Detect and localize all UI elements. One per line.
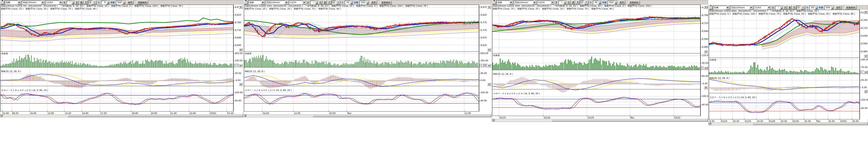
panel-menu-button[interactable] bbox=[244, 1, 248, 4]
scroll-left-button[interactable] bbox=[244, 114, 247, 117]
instrument-type-combo[interactable]: 先物 bbox=[248, 0, 265, 4]
bar-button-週[interactable]: 週 bbox=[788, 6, 792, 9]
scroll-left-button[interactable] bbox=[709, 123, 711, 125]
minute-spin[interactable]: 15 bbox=[345, 1, 353, 4]
multi-symbol-button[interactable]: 複数銘柄 bbox=[380, 1, 392, 4]
scale-menu-button-1[interactable] bbox=[239, 5, 243, 9]
scrollbar-thumb[interactable] bbox=[68, 114, 243, 117]
bar-button-月[interactable]: 月 bbox=[792, 6, 796, 9]
instrument-type-combo[interactable]: 先物 bbox=[5, 0, 21, 4]
tick-spin-spin-icon[interactable] bbox=[563, 1, 566, 4]
instrument-type-combo[interactable]: 先物 bbox=[713, 5, 730, 9]
bar-count-spin[interactable]: 500 bbox=[360, 1, 369, 4]
scale-menu-button-2[interactable] bbox=[239, 48, 243, 51]
minute-spin-spin-icon[interactable] bbox=[106, 1, 109, 4]
symbol-combo[interactable]: 日経225mini bbox=[265, 0, 288, 4]
minute-spin-spin-icon[interactable] bbox=[815, 6, 818, 9]
minute-spin[interactable]: 30 bbox=[593, 1, 601, 4]
scale-menu-button-1[interactable] bbox=[704, 5, 708, 9]
scale-menu-button-2[interactable] bbox=[864, 54, 868, 58]
bar-button-週[interactable]: 週 bbox=[79, 1, 83, 4]
contract-month-combo[interactable]: 12/03 bbox=[45, 0, 63, 4]
contract-month-combo[interactable]: 12/03 bbox=[754, 5, 771, 9]
scale-menu-button-1[interactable] bbox=[487, 5, 491, 9]
minute-spin-spin-icon[interactable] bbox=[598, 1, 601, 4]
instrument-type-combo-dropdown-icon[interactable] bbox=[509, 1, 513, 4]
scale-menu-button-3[interactable] bbox=[239, 64, 243, 67]
tick-spin[interactable]: 1 bbox=[66, 1, 74, 4]
symbol-combo-dropdown-icon[interactable] bbox=[284, 1, 288, 4]
apply-button[interactable]: 適用 bbox=[127, 1, 133, 4]
bar-button-T[interactable]: T bbox=[801, 6, 805, 9]
contract-month-combo-dropdown-icon[interactable] bbox=[302, 1, 306, 4]
apply-button[interactable]: 適用 bbox=[618, 1, 625, 4]
bar-count-spin-spin-icon[interactable] bbox=[831, 6, 834, 9]
scale-menu-button-1[interactable] bbox=[864, 10, 868, 14]
scale-menu-button-3[interactable] bbox=[487, 64, 491, 67]
bar-count-spin[interactable]: 500 bbox=[824, 6, 834, 9]
horizontal-scrollbar[interactable] bbox=[492, 119, 708, 122]
symbol-combo-dropdown-icon[interactable] bbox=[533, 1, 536, 4]
apply-button[interactable]: 適用 bbox=[835, 6, 842, 9]
bar-button-分[interactable]: 分 bbox=[580, 1, 584, 4]
multi-symbol-button[interactable]: 複数銘柄 bbox=[845, 6, 857, 9]
bar-count-spin[interactable]: 500 bbox=[608, 1, 617, 4]
panel-menu-button[interactable] bbox=[492, 1, 496, 4]
bar-button-分[interactable]: 分 bbox=[797, 6, 801, 9]
minute-spin[interactable]: 5 bbox=[101, 1, 109, 4]
minute-spin-spin-icon[interactable] bbox=[350, 1, 353, 4]
bar-button-分[interactable]: 分 bbox=[88, 1, 92, 4]
scale-menu-button-2[interactable] bbox=[704, 50, 708, 53]
scroll-left-button[interactable] bbox=[0, 114, 3, 117]
scrollbar-thumb[interactable] bbox=[753, 123, 868, 125]
scrollbar-thumb[interactable] bbox=[552, 119, 708, 122]
bar-button-T[interactable]: T bbox=[585, 1, 589, 4]
scale-menu-button-4[interactable] bbox=[239, 83, 243, 86]
bar-button-T[interactable]: T bbox=[93, 1, 97, 4]
contract-month-combo-dropdown-icon[interactable] bbox=[59, 1, 62, 4]
bar-button-日[interactable]: 日 bbox=[567, 1, 571, 4]
bar-button-日[interactable]: 日 bbox=[75, 1, 79, 4]
bar-count-spin-spin-icon[interactable] bbox=[614, 1, 617, 4]
bar-count-spin-spin-icon[interactable] bbox=[366, 1, 369, 4]
bar-button-月[interactable]: 月 bbox=[327, 1, 331, 4]
tick-spin[interactable]: 1 bbox=[558, 1, 566, 4]
tick-spin-spin-icon[interactable] bbox=[780, 6, 783, 9]
apply-button[interactable]: 適用 bbox=[370, 1, 377, 4]
tick-spin-spin-icon[interactable] bbox=[315, 1, 318, 4]
contract-month-combo-dropdown-icon[interactable] bbox=[767, 6, 771, 9]
scroll-left-button[interactable] bbox=[492, 119, 495, 122]
horizontal-scrollbar[interactable] bbox=[709, 122, 868, 125]
instrument-type-combo-dropdown-icon[interactable] bbox=[726, 6, 730, 9]
contract-month-combo-dropdown-icon[interactable] bbox=[551, 1, 554, 4]
multi-symbol-button[interactable]: 複数銘柄 bbox=[137, 1, 148, 4]
bar-button-月[interactable]: 月 bbox=[576, 1, 580, 4]
symbol-combo-dropdown-icon[interactable] bbox=[41, 1, 44, 4]
minute-spin[interactable]: 60 bbox=[809, 6, 818, 9]
tick-spin-spin-icon[interactable] bbox=[71, 1, 74, 4]
contract-month-combo[interactable]: 12/03 bbox=[537, 0, 555, 4]
scale-menu-button-2[interactable] bbox=[487, 48, 491, 51]
instrument-type-combo-dropdown-icon[interactable] bbox=[18, 1, 21, 4]
instrument-type-combo[interactable]: 先物 bbox=[496, 0, 513, 4]
scale-menu-button-4[interactable] bbox=[864, 90, 868, 93]
scale-menu-button-3[interactable] bbox=[704, 67, 708, 70]
multi-symbol-button[interactable]: 複数銘柄 bbox=[628, 1, 640, 4]
scrollbar-thumb[interactable] bbox=[313, 114, 491, 117]
contract-month-combo[interactable]: 12/03 bbox=[289, 0, 306, 4]
bar-button-日[interactable]: 日 bbox=[318, 1, 322, 4]
symbol-combo[interactable]: 日経225mini bbox=[22, 0, 45, 4]
bar-button-日[interactable]: 日 bbox=[783, 6, 787, 9]
bar-count-spin[interactable]: 500 bbox=[116, 1, 125, 4]
bar-button-週[interactable]: 週 bbox=[571, 1, 575, 4]
bar-button-分[interactable]: 分 bbox=[332, 1, 336, 4]
symbol-combo[interactable]: 日経225mini bbox=[730, 5, 753, 9]
instrument-type-combo-dropdown-icon[interactable] bbox=[261, 1, 265, 4]
symbol-combo[interactable]: 日経225mini bbox=[514, 0, 537, 4]
tick-spin[interactable]: 1 bbox=[310, 1, 318, 4]
scale-menu-button-4[interactable] bbox=[487, 83, 491, 86]
panel-menu-button[interactable] bbox=[1, 1, 4, 4]
horizontal-scrollbar[interactable] bbox=[244, 114, 491, 117]
scale-menu-button-4[interactable] bbox=[704, 86, 708, 89]
panel-menu-button[interactable] bbox=[709, 6, 713, 9]
